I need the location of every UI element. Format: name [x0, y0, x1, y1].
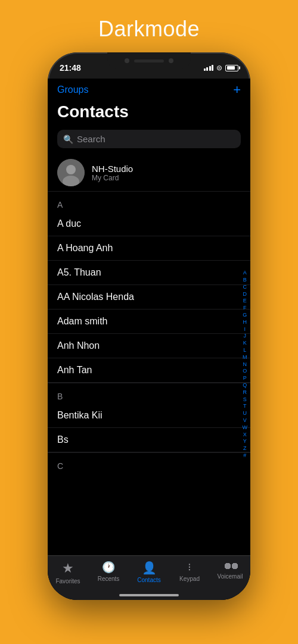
- alpha-a[interactable]: A: [242, 270, 248, 276]
- tab-recents[interactable]: 🕐 Recents: [88, 561, 129, 582]
- contact-name: AA Nicolas Henda: [57, 292, 134, 302]
- alpha-l[interactable]: L: [242, 347, 247, 354]
- alpha-g[interactable]: G: [241, 312, 248, 318]
- groups-button[interactable]: Groups: [57, 85, 88, 95]
- section-header-a: A: [48, 191, 250, 212]
- alpha-p[interactable]: P: [242, 375, 248, 382]
- alpha-q[interactable]: Q: [241, 382, 248, 389]
- alpha-j[interactable]: J: [243, 333, 248, 339]
- alpha-t[interactable]: T: [242, 403, 248, 409]
- contacts-title: Contacts: [57, 102, 241, 121]
- alpha-b[interactable]: B: [242, 277, 248, 283]
- contact-name: Adam smith: [57, 316, 107, 326]
- alpha-z[interactable]: Z: [242, 445, 248, 452]
- alpha-i[interactable]: I: [243, 326, 247, 333]
- alpha-h[interactable]: H: [242, 319, 249, 326]
- contacts-icon: 👤: [142, 561, 157, 575]
- add-contact-button[interactable]: +: [233, 83, 241, 96]
- alpha-o[interactable]: O: [241, 368, 248, 374]
- keypad-label: Keypad: [179, 576, 200, 582]
- contact-name: Bs: [57, 434, 69, 445]
- my-card-info: NH-Studio My Card: [92, 164, 133, 182]
- contact-item[interactable]: A5. Thuan: [48, 261, 250, 285]
- svg-point-1: [66, 165, 76, 174]
- contact-item[interactable]: AA Nicolas Henda: [48, 285, 250, 310]
- alpha-w[interactable]: W: [241, 424, 249, 431]
- battery-icon: [225, 65, 238, 71]
- tab-contacts[interactable]: 👤 Contacts: [129, 561, 169, 583]
- my-card-name: NH-Studio: [92, 164, 133, 174]
- phone-device: 21:48 ⊜ Groups + Contacts 🔍: [48, 52, 250, 600]
- alpha-x[interactable]: X: [242, 432, 248, 438]
- contact-item[interactable]: Bs: [48, 428, 250, 452]
- contact-name: Anh Tan: [57, 365, 92, 375]
- alpha-m[interactable]: M: [241, 354, 249, 361]
- tab-favorites[interactable]: ★ Favorites: [48, 561, 88, 584]
- contact-item[interactable]: Anh Nhon: [48, 334, 250, 358]
- section-header-b: B: [48, 383, 250, 404]
- notch-speaker: [134, 60, 164, 62]
- contact-item[interactable]: A duc: [48, 212, 250, 236]
- alpha-r[interactable]: R: [242, 389, 249, 396]
- tab-keypad[interactable]: ⁝ Keypad: [169, 561, 210, 582]
- voicemail-label: Voicemail: [218, 573, 243, 580]
- battery-fill: [227, 66, 235, 70]
- alpha-hash[interactable]: #: [242, 452, 247, 459]
- section-header-c: C: [48, 452, 250, 473]
- alpha-u[interactable]: U: [242, 410, 249, 417]
- favorites-label: Favorites: [55, 578, 80, 584]
- phone-notch: [107, 52, 191, 69]
- search-bar[interactable]: 🔍 Search: [57, 130, 241, 148]
- top-nav: Groups +: [48, 79, 250, 100]
- search-placeholder: Search: [77, 134, 105, 144]
- contact-name: A duc: [57, 218, 81, 229]
- alpha-f[interactable]: F: [242, 305, 248, 311]
- alpha-y[interactable]: Y: [242, 438, 248, 445]
- avatar: [57, 159, 85, 186]
- page-title: Darkmode: [98, 17, 200, 42]
- contacts-list[interactable]: NH-Studio My Card A A duc A Hoang Anh A5…: [48, 154, 250, 574]
- contact-name: A5. Thuan: [57, 267, 101, 277]
- keypad-icon: ⁝: [188, 561, 191, 574]
- alpha-c[interactable]: C: [242, 284, 249, 290]
- search-icon: 🔍: [63, 135, 73, 144]
- contact-name: Anh Nhon: [57, 340, 100, 351]
- alpha-k[interactable]: K: [242, 340, 248, 346]
- contact-name: Bentika Kii: [57, 410, 103, 420]
- notch-camera: [125, 58, 129, 63]
- alpha-s[interactable]: S: [242, 396, 248, 403]
- tab-voicemail[interactable]: ⏺⏺ Voicemail: [210, 561, 250, 580]
- status-icons: ⊜: [204, 64, 239, 72]
- alpha-e[interactable]: E: [242, 298, 248, 304]
- alpha-d[interactable]: D: [242, 291, 249, 298]
- contact-item[interactable]: A Hoang Anh: [48, 236, 250, 261]
- contact-item[interactable]: Anh Tan: [48, 358, 250, 383]
- alpha-v[interactable]: V: [242, 417, 248, 424]
- my-card[interactable]: NH-Studio My Card: [48, 154, 250, 191]
- contacts-header: Contacts: [48, 100, 250, 126]
- signal-icon: [204, 65, 214, 71]
- home-indicator: [119, 594, 179, 596]
- tab-bar: ★ Favorites 🕐 Recents 👤 Contacts ⁝ Keypa…: [48, 555, 250, 600]
- contact-name: A Hoang Anh: [57, 243, 113, 253]
- recents-label: Recents: [98, 576, 120, 582]
- status-time: 21:48: [60, 63, 81, 73]
- recents-icon: 🕐: [102, 561, 115, 574]
- my-card-label: My Card: [92, 174, 133, 182]
- contacts-tab-label: Contacts: [137, 577, 160, 583]
- favorites-icon: ★: [62, 561, 74, 576]
- voicemail-icon: ⏺⏺: [223, 561, 237, 571]
- alpha-n[interactable]: N: [242, 361, 249, 368]
- contact-item[interactable]: Bentika Kii: [48, 404, 250, 428]
- contact-item[interactable]: Adam smith: [48, 310, 250, 334]
- phone-screen: Groups + Contacts 🔍 Search: [48, 79, 250, 600]
- notch-sensor: [169, 58, 173, 63]
- alphabet-index[interactable]: A B C D E F G H I J K L M N O P Q R S T: [241, 154, 249, 574]
- wifi-icon: ⊜: [216, 64, 222, 72]
